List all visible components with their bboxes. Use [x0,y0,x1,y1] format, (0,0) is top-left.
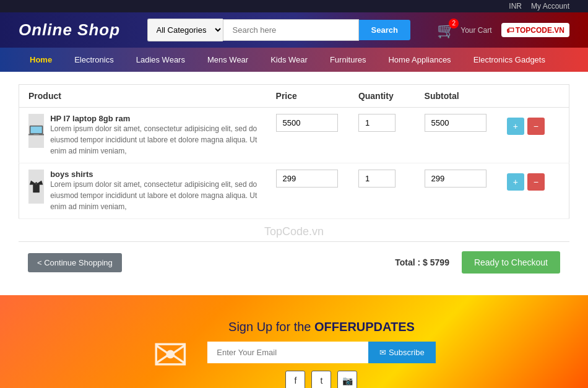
currency-label[interactable]: INR [509,2,522,11]
subscribe-button[interactable]: ✉ Subscribe [368,342,435,363]
topcode-logo: 🏷 TOPCODE.VN [501,23,569,37]
product-desc-2: Lorem ipsum dolor sit amet, consectetur … [50,179,257,212]
search-button[interactable]: Search [359,20,410,40]
qty-input-1[interactable] [358,114,396,132]
header: Online Shop All Categories Search 🛒 2 Yo… [0,12,588,48]
table-row: boys shirts Lorem ipsum dolor sit amet, … [19,163,569,219]
increment-btn-1[interactable]: + [507,118,524,135]
newsletter-form: ✉ Subscribe [207,342,435,363]
top-bar: INR My Account [0,0,588,12]
cart-area[interactable]: 🛒 2 Your Cart [437,22,491,39]
remove-btn-2[interactable]: − [527,173,545,191]
subtotal-cell-1 [415,108,498,163]
cart-table: Product Price Quantity Subtotal [19,84,569,219]
product-image-1 [28,114,44,148]
nav-item-electronics-gadgets[interactable]: Electronics Gadgets [462,48,556,72]
nav-item-home-appliances[interactable]: Home Appliances [377,48,462,72]
cart-icon-wrap: 🛒 2 [437,22,456,39]
nav-item-home[interactable]: Home [19,48,63,72]
product-desc-1: Lorem ipsum dolor sit amet, consectetur … [50,123,257,157]
action-cell-1: + − [507,114,560,135]
search-input[interactable] [223,19,359,41]
site-logo: Online Shop [19,20,120,40]
category-select[interactable]: All Categories [147,19,223,41]
checkout-button[interactable]: Ready to Checkout [462,251,560,274]
subtotal-cell-2 [415,163,498,219]
nav-item-kids-wear[interactable]: Kids Wear [259,48,319,72]
newsletter-section: ✉ Sign Up for the OFFERUPDATES ✉ Subscri… [0,295,588,388]
svg-rect-1 [30,126,41,133]
instagram-icon[interactable]: 📷 [337,371,357,388]
my-account-link[interactable]: My Account [531,2,569,11]
envelope-icon: ✉ [152,334,189,377]
newsletter-heading: Sign Up for the OFFERUPDATES [228,320,415,334]
col-price-header: Price [267,85,349,108]
qty-cell-2 [349,163,415,219]
twitter-icon[interactable]: t [311,371,331,388]
col-actions-header [498,85,569,108]
subtotal-input-1[interactable] [425,114,486,132]
increment-btn-2[interactable]: + [507,173,524,191]
watermark-text: TopCode.vn [19,219,569,241]
total-label: Total : $ 5799 [395,257,449,267]
email-input[interactable] [207,342,368,363]
cart-footer: < Continue Shopping Total : $ 5799 Ready… [19,241,569,283]
price-input-1[interactable] [276,114,338,132]
subtotal-input-2[interactable] [425,170,486,188]
remove-btn-1[interactable]: − [527,118,545,135]
product-name-2: boys shirts [50,170,257,179]
nav-item-mens-wear[interactable]: Mens Wear [196,48,259,72]
nav-item-furnitures[interactable]: Furnitures [319,48,378,72]
svg-rect-3 [33,134,38,135]
price-cell-1 [267,108,349,163]
qty-input-2[interactable] [358,170,396,188]
cart-section: Product Price Quantity Subtotal [0,72,588,295]
col-qty-header: Quantity [349,85,415,108]
navigation: Home Electronics Ladies Wears Mens Wear … [0,48,588,72]
facebook-icon[interactable]: f [285,371,305,388]
col-product-header: Product [19,85,267,108]
total-checkout-area: Total : $ 5799 Ready to Checkout [395,251,560,274]
product-image-2 [28,170,44,204]
continue-shopping-button[interactable]: < Continue Shopping [28,253,122,272]
col-subtotal-header: Subtotal [415,85,498,108]
table-row: HP I7 laptop 8gb ram Lorem ipsum dolor s… [19,108,569,163]
qty-cell-1 [349,108,415,163]
cart-badge: 2 [449,19,459,28]
product-name-1: HP I7 laptop 8gb ram [50,114,257,123]
action-cell-2: + − [507,170,560,191]
price-cell-2 [267,163,349,219]
nav-item-electronics[interactable]: Electronics [63,48,125,72]
price-input-2[interactable] [276,170,338,188]
cart-label: Your Cart [460,26,491,35]
social-icons: f t 📷 [285,371,357,388]
nav-item-ladies-wears[interactable]: Ladies Wears [125,48,196,72]
search-area: All Categories Search [147,19,410,41]
